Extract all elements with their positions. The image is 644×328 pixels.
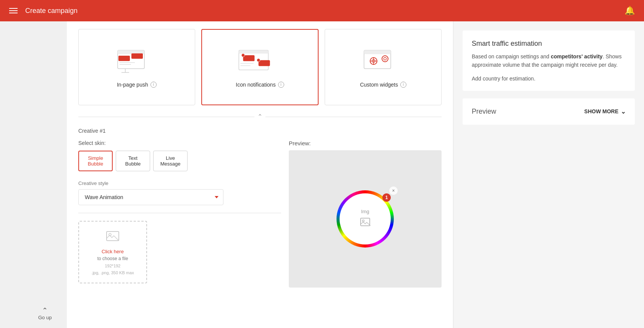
sidebar — [0, 21, 67, 328]
custom-widgets-illustration — [360, 47, 406, 77]
notification-inner: Img — [340, 193, 391, 244]
svg-rect-9 — [239, 50, 268, 54]
add-country-text: Add country for estimation. — [472, 76, 626, 82]
style-divider — [78, 213, 281, 213]
custom-widgets-info-icon[interactable]: i — [400, 82, 406, 88]
svg-point-11 — [241, 54, 245, 57]
smart-traffic-card: Smart traffic estimation Based on campai… — [463, 31, 635, 91]
preview-box: × Img 1 — [289, 150, 442, 288]
creative-style-select[interactable]: Wave Animation Static Pulse Bounce — [78, 189, 223, 205]
file-upload-area[interactable]: Click here to choose a file 192*192 .jpg… — [78, 221, 147, 283]
file-upload-to-choose-label: to choose a file — [87, 256, 139, 261]
notification-badge: 1 — [382, 193, 391, 202]
campaign-type-cards: In-page push i — [78, 29, 442, 105]
in-page-push-illustration — [114, 47, 160, 77]
icon-notifications-label: Icon notifications i — [236, 82, 284, 88]
svg-rect-5 — [131, 53, 143, 59]
preview-panel-row: Preview SHOW MORE ⌄ — [472, 108, 626, 116]
skin-text-bubble[interactable]: TextBubble — [116, 151, 150, 171]
show-more-button[interactable]: SHOW MORE ⌄ — [584, 108, 626, 115]
image-upload-icon — [87, 229, 139, 246]
skin-live-message[interactable]: LiveMessage — [153, 151, 188, 171]
campaign-card-custom-widgets[interactable]: Custom widgets i — [325, 29, 442, 105]
skin-button-group: SimpleBubble TextBubble LiveMessage — [78, 151, 281, 171]
svg-rect-26 — [361, 218, 370, 226]
header: Create campaign 🔔 — [0, 0, 644, 21]
in-page-push-info-icon[interactable]: i — [150, 82, 157, 88]
img-icon — [360, 217, 371, 230]
select-skin-label: Select skin: — [78, 140, 281, 146]
file-upload-format: .jpg, .png, 350 KB max — [87, 270, 139, 275]
svg-rect-24 — [107, 232, 119, 241]
smart-traffic-body: Based on campaign settings and competito… — [472, 52, 626, 69]
svg-point-13 — [257, 58, 260, 62]
menu-icon[interactable] — [9, 8, 18, 13]
go-up-button[interactable]: ⌃ Go up — [38, 306, 52, 320]
chevron-down-icon: ⌄ — [621, 108, 626, 115]
svg-point-20 — [382, 56, 388, 62]
preview-panel-card: Preview SHOW MORE ⌄ — [463, 98, 635, 125]
creative-style-label: Creative style — [78, 180, 281, 186]
campaign-card-in-page-push[interactable]: In-page push i — [78, 29, 195, 105]
file-upload-size: 192*192 — [87, 264, 139, 268]
custom-widgets-label: Custom widgets i — [360, 82, 406, 88]
svg-point-27 — [362, 220, 364, 222]
skin-simple-bubble[interactable]: SimpleBubble — [78, 151, 113, 171]
chevron-up-icon[interactable]: ⌃ — [254, 113, 265, 120]
campaign-card-icon-notifications[interactable]: Icon notifications i — [201, 29, 319, 105]
bell-icon[interactable]: 🔔 — [625, 6, 635, 16]
go-up-label: Go up — [38, 315, 52, 320]
icon-notifications-illustration — [237, 47, 283, 77]
svg-rect-17 — [364, 50, 391, 54]
svg-point-21 — [384, 58, 387, 60]
preview-panel-title: Preview — [472, 108, 496, 116]
icon-notifications-info-icon[interactable]: i — [278, 82, 284, 88]
file-upload-click-label[interactable]: Click here — [87, 249, 139, 254]
creative-label: Creative #1 — [78, 128, 442, 134]
svg-rect-10 — [243, 55, 254, 61]
section-divider: ⌃ — [78, 113, 442, 120]
main-content: In-page push i — [67, 21, 453, 328]
notification-close-button[interactable]: × — [389, 187, 398, 195]
svg-rect-4 — [118, 56, 130, 61]
preview-label: Preview: — [289, 140, 442, 146]
go-up-arrow-icon: ⌃ — [42, 306, 48, 315]
right-panel: Smart traffic estimation Based on campai… — [453, 21, 644, 328]
in-page-push-label: In-page push i — [117, 82, 157, 88]
svg-rect-12 — [258, 60, 270, 66]
preview-notification: × Img 1 — [337, 190, 394, 248]
page-title: Create campaign — [25, 7, 625, 15]
smart-traffic-title: Smart traffic estimation — [472, 40, 626, 48]
img-label: Img — [361, 209, 369, 214]
